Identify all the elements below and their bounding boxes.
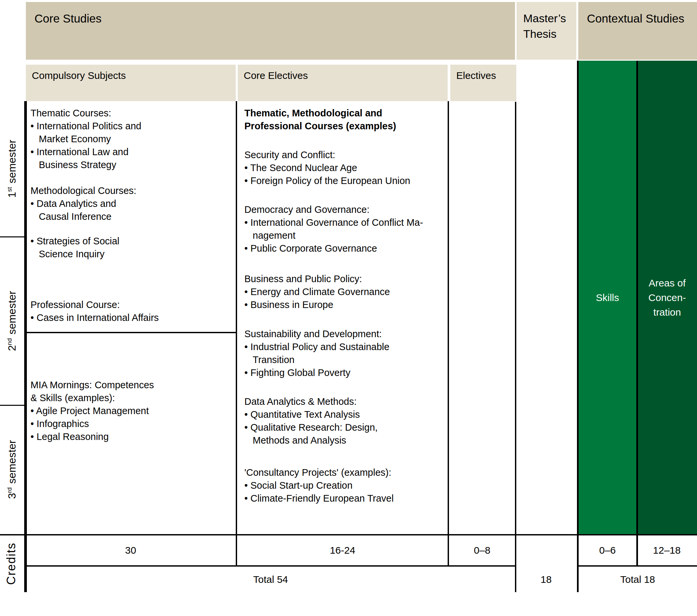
- text-line: Business and Public Policy:: [244, 272, 390, 285]
- subheader-electives-label: Electives: [456, 70, 496, 81]
- text-line: • Social Start-up Creation: [244, 479, 394, 492]
- ruler-label-credits: Credits: [4, 542, 18, 585]
- credits-electives: 0–8: [474, 545, 490, 556]
- ruler-tick-sem1-sem2: [0, 236, 24, 237]
- text-line: 'Consultancy Projects' (examples):: [244, 466, 394, 479]
- divider-credits-top: [0, 534, 697, 536]
- text-line: • Foreign Policy of the European Union: [244, 175, 410, 187]
- divider-col1-semester: [26, 332, 237, 333]
- professional-course-block: Professional Course:• Cases in Internati…: [30, 298, 159, 324]
- text-line: Methods and Analysis: [244, 434, 378, 447]
- democracy-governance-block: Democracy and Governance:• International…: [244, 203, 423, 255]
- text-line: • Quantitative Text Analysis: [244, 408, 378, 421]
- text-line: • Industrial Policy and Sustainable: [244, 341, 389, 354]
- skills-column-label: Skills: [596, 290, 619, 305]
- text-line: Professional Course:: [30, 298, 159, 311]
- business-public-policy-block: Business and Public Policy:• Energy and …: [244, 272, 390, 311]
- credits-core-electives: 16-24: [330, 545, 355, 556]
- text-line: Transition: [244, 354, 389, 366]
- credits-total-contextual: Total 18: [620, 574, 655, 585]
- text-line: tration: [648, 305, 686, 320]
- header-core-studies: Core Studies: [26, 2, 515, 60]
- methodological-courses-block: Methodological Courses:• Data Analytics …: [30, 184, 136, 223]
- sustainability-development-block: Sustainability and Development:• Industr…: [244, 328, 389, 379]
- header-masters-thesis: Master’s Thesis: [517, 2, 576, 60]
- consultancy-projects-block: 'Consultancy Projects' (examples):• Soci…: [244, 466, 394, 505]
- text-line: • Agile Project Management: [30, 405, 154, 417]
- header-core-studies-label: Core Studies: [34, 12, 102, 25]
- curriculum-structure-table: Core Studies Master’s Thesis Contextual …: [0, 0, 697, 616]
- text-line: Sustainability and Development:: [244, 328, 389, 341]
- text-line: • Business in Europe: [244, 298, 390, 311]
- text-line: Areas of: [648, 276, 686, 290]
- text-line: • Infographics: [30, 417, 154, 430]
- subheader-compulsory-label: Compulsory Subjects: [32, 70, 126, 81]
- header-masters-thesis-label: Master’s Thesis: [523, 11, 573, 42]
- text-line: Science Inquiry: [30, 247, 119, 260]
- text-line: Causal Inference: [30, 210, 136, 223]
- ruler-axis-line: [24, 101, 27, 592]
- credits-concentration: 12–18: [653, 545, 680, 556]
- border-skills-concentration: [636, 61, 638, 567]
- text-line: Thematic, Methodological and: [244, 107, 396, 120]
- security-conflict-block: Security and Conflict:• The Second Nucle…: [244, 149, 410, 187]
- text-line: • Energy and Climate Governance: [244, 285, 390, 298]
- thematic-courses-block: Thematic Courses:• International Politic…: [30, 107, 141, 171]
- text-line: nagement: [244, 229, 423, 242]
- subheader-compulsory-subjects: Compulsory Subjects: [26, 65, 236, 101]
- text-line: Security and Conflict:: [244, 149, 410, 162]
- text-line: • Public Corporate Governance: [244, 242, 423, 255]
- text-line: Methodological Courses:: [30, 184, 136, 197]
- text-line: & Skills (examples):: [30, 392, 154, 405]
- text-line: Market Economy: [30, 133, 141, 146]
- text-line: • Cases in International Affairs: [30, 311, 159, 324]
- text-line: • Fighting Global Poverty: [244, 366, 389, 379]
- concentration-column-label: Areas ofConcen-tration: [648, 276, 686, 320]
- subheader-core-electives-label: Core Electives: [244, 70, 308, 81]
- credits-thesis: 18: [540, 574, 551, 585]
- text-line: • Data Analytics and: [30, 197, 136, 210]
- text-line: • The Second Nuclear Age: [244, 162, 410, 175]
- divider-total-right: [579, 565, 697, 567]
- strategies-block: • Strategies of SocialScience Inquiry: [30, 235, 119, 260]
- text-line: Professional Courses (examples): [244, 120, 396, 133]
- text-line: MIA Mornings: Competences: [30, 379, 154, 392]
- text-line: • International Governance of Conflict M…: [244, 216, 423, 229]
- border-col2-electives: [448, 101, 449, 567]
- border-thesis-skills: [577, 61, 579, 592]
- credits-compulsory: 30: [125, 545, 136, 556]
- text-line: • Strategies of Social: [30, 235, 119, 247]
- mia-mornings-block: MIA Mornings: Competences& Skills (examp…: [30, 379, 154, 443]
- ruler-label-semester-3: 3rdsemester: [6, 440, 18, 499]
- header-contextual-studies-label: Contextual Studies: [587, 12, 684, 25]
- text-line: • International Law and: [30, 146, 141, 159]
- text-line: • Qualitative Research: Design,: [244, 421, 378, 434]
- ruler-label-semester-1: 1stsemester: [6, 139, 18, 198]
- text-line: Business Strategy: [30, 159, 141, 171]
- header-contextual-studies: Contextual Studies: [578, 2, 697, 60]
- ruler-tick-sem2-sem3: [0, 405, 24, 406]
- subheader-electives: Electives: [450, 65, 516, 101]
- divider-total-left: [26, 565, 516, 567]
- text-line: Data Analytics & Methods:: [244, 395, 378, 408]
- text-line: Thematic Courses:: [30, 107, 141, 120]
- text-line: • Climate-Friendly European Travel: [244, 492, 394, 505]
- credits-total-core: Total 54: [253, 574, 288, 585]
- text-line: • International Politics and: [30, 120, 141, 133]
- data-analytics-methods-block: Data Analytics & Methods:• Quantitative …: [244, 395, 378, 447]
- border-col1-col2: [236, 101, 237, 567]
- core-electives-heading-block: Thematic, Methodological andProfessional…: [244, 107, 396, 133]
- ruler-label-semester-2: 2ndsemester: [6, 291, 18, 351]
- subheader-core-electives: Core Electives: [238, 65, 448, 101]
- credits-skills: 0–6: [599, 545, 616, 556]
- text-line: Concen-: [648, 290, 686, 305]
- text-line: • Legal Reasoning: [30, 430, 154, 443]
- text-line: Democracy and Governance:: [244, 203, 423, 216]
- border-electives-thesis: [515, 102, 516, 592]
